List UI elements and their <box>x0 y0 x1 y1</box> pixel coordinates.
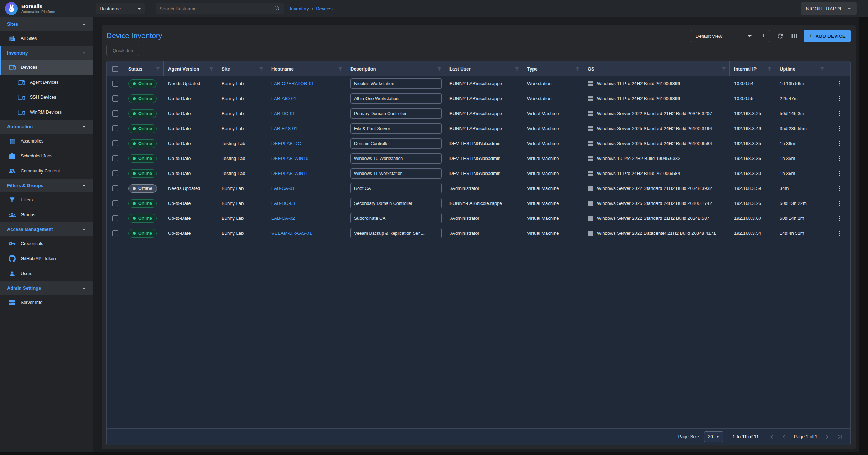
filter-icon[interactable] <box>575 66 580 72</box>
row-actions-kebab-icon[interactable]: ⋮ <box>836 155 842 161</box>
sidebar-section-filters-groups[interactable]: Filters & Groups <box>0 179 93 192</box>
hostname-link[interactable]: LAB-AIO-01 <box>271 96 296 101</box>
hostname-link[interactable]: DEEPLAB-WIN10 <box>271 156 308 161</box>
sidebar-item-credentials[interactable]: Credentials <box>0 236 93 251</box>
breadcrumb-devices[interactable]: Devices <box>316 6 332 11</box>
description-input[interactable]: Windows 11 Workstation <box>350 168 442 179</box>
sidebar-item-filters[interactable]: Filters <box>0 192 93 207</box>
quick-job-button[interactable]: Quick Job <box>106 45 139 56</box>
sidebar-section-automation[interactable]: Automation <box>0 120 93 134</box>
view-selector[interactable]: Default View <box>691 33 756 39</box>
column-header-agent-version[interactable]: Agent Version <box>164 61 217 76</box>
column-header-os[interactable]: OS <box>583 61 730 76</box>
description-input[interactable]: Secondary Domain Controller <box>350 198 442 208</box>
description-input[interactable]: File & Print Server <box>350 123 442 134</box>
refresh-button[interactable] <box>775 31 785 41</box>
row-checkbox[interactable] <box>112 95 118 102</box>
sidebar-item-github-api-token[interactable]: GitHub API Token <box>0 251 93 266</box>
hostname-link[interactable]: LAB-DC-03 <box>271 201 295 206</box>
filter-icon[interactable] <box>437 66 442 72</box>
row-actions-kebab-icon[interactable]: ⋮ <box>836 230 842 236</box>
row-actions-kebab-icon[interactable]: ⋮ <box>836 215 842 221</box>
hostname-link[interactable]: LAB-CA-02 <box>271 216 295 221</box>
column-header-site[interactable]: Site <box>217 61 267 76</box>
filter-icon[interactable] <box>820 66 825 72</box>
row-actions-kebab-icon[interactable]: ⋮ <box>836 140 842 146</box>
last-page-button[interactable] <box>837 434 843 440</box>
description-input[interactable]: Primary Domain Controller <box>350 108 442 119</box>
first-page-button[interactable] <box>768 434 775 440</box>
add-device-button[interactable]: + ADD DEVICE <box>804 30 851 42</box>
column-header-status[interactable]: Status <box>124 61 164 76</box>
hostname-link[interactable]: DEEPLAB-WIN11 <box>271 171 308 176</box>
row-checkbox[interactable] <box>112 215 118 221</box>
hostname-link[interactable]: LAB-OPERATOR-01 <box>271 81 314 86</box>
column-header-description[interactable]: Description <box>346 61 445 76</box>
column-header-hostname[interactable]: Hostname <box>267 61 346 76</box>
column-header-uptime[interactable]: Uptime <box>775 61 828 76</box>
hostname-link[interactable]: LAB-CA-01 <box>271 186 295 191</box>
sidebar-section-sites[interactable]: Sites <box>0 17 93 31</box>
sidebar-item-groups[interactable]: Groups <box>0 207 93 222</box>
row-checkbox[interactable] <box>112 155 118 161</box>
hostname-link[interactable]: VEEAM-DRAAS-01 <box>271 231 312 236</box>
description-input[interactable]: Subordinate CA <box>350 213 442 223</box>
breadcrumb-inventory[interactable]: Inventory <box>290 6 309 11</box>
sidebar-item-scheduled-jobs[interactable]: Scheduled Jobs <box>0 149 93 164</box>
row-checkbox[interactable] <box>112 170 118 176</box>
page-size-select[interactable]: 20 <box>704 431 723 442</box>
select-all-checkbox[interactable] <box>112 66 118 72</box>
hostname-link[interactable]: LAB-FPS-01 <box>271 126 297 131</box>
user-menu-button[interactable]: NICOLE RAPPE <box>801 2 857 15</box>
sidebar-section-access-management[interactable]: Access Management <box>0 222 93 236</box>
filter-icon[interactable] <box>259 66 264 72</box>
filter-icon[interactable] <box>514 66 520 72</box>
filter-icon[interactable] <box>209 66 214 72</box>
sidebar-item-devices[interactable]: Devices <box>0 60 93 75</box>
description-input[interactable]: Veeam Backup & Replication Ser ... <box>350 228 442 238</box>
row-checkbox[interactable] <box>112 230 118 236</box>
filter-icon[interactable] <box>338 66 343 72</box>
row-checkbox[interactable] <box>112 81 118 87</box>
row-actions-kebab-icon[interactable]: ⋮ <box>836 110 842 117</box>
row-actions-kebab-icon[interactable]: ⋮ <box>836 95 842 102</box>
sidebar-item-ssh-devices[interactable]: SSH Devices <box>0 90 93 105</box>
description-input[interactable]: Root CA <box>350 183 442 193</box>
description-input[interactable]: Windows 10 Workstation <box>350 153 442 164</box>
row-actions-kebab-icon[interactable]: ⋮ <box>836 200 842 206</box>
row-checkbox[interactable] <box>112 140 118 146</box>
sidebar-item-agent-devices[interactable]: Agent Devices <box>0 75 93 90</box>
row-actions-kebab-icon[interactable]: ⋮ <box>836 81 842 87</box>
next-page-button[interactable] <box>824 434 830 440</box>
description-input[interactable]: Domain Controller <box>350 138 442 149</box>
row-actions-kebab-icon[interactable]: ⋮ <box>836 170 842 176</box>
search-input[interactable] <box>160 6 274 11</box>
add-view-button[interactable]: + <box>756 30 770 42</box>
prev-page-button[interactable] <box>781 434 788 440</box>
row-checkbox[interactable] <box>112 185 118 191</box>
row-actions-kebab-icon[interactable]: ⋮ <box>836 185 842 191</box>
sidebar-item-winrm-devices[interactable]: WinRM Devices <box>0 105 93 120</box>
sidebar-item-community-content[interactable]: Community Content <box>0 164 93 179</box>
sidebar-item-server-info[interactable]: Server Info <box>0 295 93 310</box>
row-checkbox[interactable] <box>112 110 118 117</box>
filter-icon[interactable] <box>767 66 772 72</box>
hostname-link[interactable]: LAB-DC-01 <box>271 111 295 116</box>
column-header-last-user[interactable]: Last User <box>445 61 523 76</box>
column-header-internal-ip[interactable]: Internal IP <box>730 61 775 76</box>
description-input[interactable]: All-in-One Workstation <box>350 93 442 104</box>
sidebar-item-all-sites[interactable]: All Sites <box>0 31 93 46</box>
row-actions-kebab-icon[interactable]: ⋮ <box>836 125 842 131</box>
row-checkbox[interactable] <box>112 200 118 206</box>
column-header-type[interactable]: Type <box>523 61 583 76</box>
filter-icon[interactable] <box>721 66 727 72</box>
description-input[interactable]: Nicole's Workstation <box>350 78 442 89</box>
filter-icon[interactable] <box>155 66 161 72</box>
search-field-selector[interactable]: Hostname <box>96 3 145 14</box>
columns-button[interactable] <box>790 31 799 41</box>
sidebar-section-admin-settings[interactable]: Admin Settings <box>0 281 93 295</box>
hostname-link[interactable]: DEEPLAB-DC <box>271 141 301 146</box>
sidebar-section-inventory[interactable]: Inventory <box>0 46 93 60</box>
sidebar-item-users[interactable]: Users <box>0 266 93 281</box>
row-checkbox[interactable] <box>112 125 118 131</box>
